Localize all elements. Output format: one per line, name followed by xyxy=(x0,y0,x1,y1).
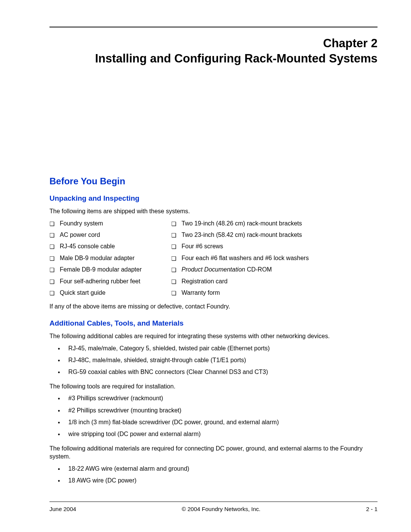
checkbox-icon: ❏ xyxy=(171,243,176,251)
check-label: AC power cord xyxy=(60,231,100,239)
check-label: Female DB-9 modular adapter xyxy=(60,265,142,274)
footer-rule xyxy=(49,502,378,502)
bullet-icon: • xyxy=(58,356,60,365)
bullet-item: •#3 Phillips screwdriver (rackmount) xyxy=(49,394,378,403)
checkbox-icon: ❏ xyxy=(49,278,54,286)
bullet-item: •#2 Phillips screwdriver (mounting brack… xyxy=(49,406,378,415)
bullet-icon: • xyxy=(58,407,60,415)
check-label: Male DB-9 modular adapter xyxy=(60,254,135,262)
bullet-label: RJ-45, male/male, Category 5, shielded, … xyxy=(68,344,270,353)
bullet-icon: • xyxy=(58,345,60,353)
bullet-icon: • xyxy=(58,465,60,473)
check-item: ❏Product Documentation CD-ROM xyxy=(171,265,309,274)
bullet-label: 18 AWG wire (DC power) xyxy=(68,476,137,485)
plain-text: CD-ROM xyxy=(245,266,272,273)
bullet-label: wire stripping tool (DC power and extern… xyxy=(68,430,201,438)
check-item: ❏Two 19-inch (48.26 cm) rack-mount brack… xyxy=(171,219,309,228)
cables-list: •RJ-45, male/male, Category 5, shielded,… xyxy=(49,344,378,377)
check-item: ❏Warranty form xyxy=(171,289,309,297)
check-label: Quick start guide xyxy=(60,289,105,297)
check-item: ❏RJ-45 console cable xyxy=(49,242,171,251)
check-item: ❏Male DB-9 modular adapter xyxy=(49,254,171,262)
check-label: Foundry system xyxy=(60,219,103,228)
section-heading-before-you-begin: Before You Begin xyxy=(49,176,378,187)
bullet-icon: • xyxy=(58,419,60,427)
bullet-icon: • xyxy=(58,368,60,377)
checkbox-icon: ❏ xyxy=(171,266,176,274)
check-label: Four #6 screws xyxy=(182,242,223,251)
check-label: Four self-adhering rubber feet xyxy=(60,277,140,286)
check-item: ❏Quick start guide xyxy=(49,289,171,297)
additional-p1: The following additional cables are requ… xyxy=(49,332,378,340)
chapter-title: Installing and Configuring Rack-Mounted … xyxy=(49,52,378,66)
check-label: Two 19-inch (48.26 cm) rack-mount bracke… xyxy=(182,219,302,228)
checkbox-icon: ❏ xyxy=(49,254,54,262)
tools-list: •#3 Phillips screwdriver (rackmount) •#2… xyxy=(49,394,378,439)
bullet-item: •1/8 inch (3 mm) flat-blade screwdriver … xyxy=(49,418,378,427)
footer-copyright: © 2004 Foundry Networks, Inc. xyxy=(182,506,261,512)
additional-p3: The following additional materials are r… xyxy=(49,444,378,461)
checkbox-icon: ❏ xyxy=(171,220,176,228)
bullet-item: •18-22 AWG wire (external alarm and grou… xyxy=(49,465,378,473)
bullet-label: 1/8 inch (3 mm) flat-blade screwdriver (… xyxy=(68,418,279,427)
checkbox-icon: ❏ xyxy=(49,231,54,239)
materials-list: •18-22 AWG wire (external alarm and grou… xyxy=(49,465,378,486)
bullet-icon: • xyxy=(58,477,60,485)
italic-text: Product Documentation xyxy=(182,266,245,273)
subsection-heading-additional: Additional Cables, Tools, and Materials xyxy=(49,319,378,328)
shipped-items-columns: ❏Foundry system ❏AC power cord ❏RJ-45 co… xyxy=(49,219,378,297)
checkbox-icon: ❏ xyxy=(49,266,54,274)
check-label: Registration card xyxy=(182,277,228,286)
check-label: Two 23-inch (58.42 cm) rack-mount bracke… xyxy=(182,231,302,239)
bullet-label: RG-59 coaxial cables with BNC connectors… xyxy=(68,368,268,376)
bullet-label: #2 Phillips screwdriver (mounting bracke… xyxy=(68,406,182,415)
unpacking-intro: The following items are shipped with the… xyxy=(49,207,378,216)
check-label: Warranty form xyxy=(182,289,220,297)
bullet-icon: • xyxy=(58,430,60,439)
check-item: ❏Four #6 screws xyxy=(171,242,309,251)
checkbox-icon: ❏ xyxy=(171,254,176,262)
footer-page-number: 2 - 1 xyxy=(366,506,378,512)
bullet-item: •RJ-48C, male/male, shielded, straight-t… xyxy=(49,356,378,365)
page-footer: June 2004 © 2004 Foundry Networks, Inc. … xyxy=(49,502,378,512)
bullet-item: •wire stripping tool (DC power and exter… xyxy=(49,430,378,439)
checkbox-icon: ❏ xyxy=(171,278,176,286)
additional-p2: The following tools are required for ins… xyxy=(49,382,378,391)
top-rule xyxy=(49,27,378,27)
checkbox-icon: ❏ xyxy=(49,243,54,251)
chapter-number: Chapter 2 xyxy=(49,37,378,50)
check-item: ❏Four each #6 flat washers and #6 lock w… xyxy=(171,254,309,262)
subsection-heading-unpacking: Unpacking and Inspecting xyxy=(49,194,378,203)
bullet-label: RJ-48C, male/male, shielded, straight-th… xyxy=(68,356,246,364)
bullet-label: #3 Phillips screwdriver (rackmount) xyxy=(68,394,163,403)
footer-date: June 2004 xyxy=(49,506,76,512)
checkbox-icon: ❏ xyxy=(171,289,176,297)
checkbox-icon: ❏ xyxy=(49,289,54,297)
checkbox-icon: ❏ xyxy=(49,220,54,228)
check-item: ❏Foundry system xyxy=(49,219,171,228)
check-item: ❏Registration card xyxy=(171,277,309,286)
bullet-icon: • xyxy=(58,395,60,403)
bullet-label: 18-22 AWG wire (external alarm and groun… xyxy=(68,465,190,473)
shipped-items-left: ❏Foundry system ❏AC power cord ❏RJ-45 co… xyxy=(49,219,171,297)
check-item: ❏AC power cord xyxy=(49,231,171,239)
unpacking-outro: If any of the above items are missing or… xyxy=(49,302,378,311)
bullet-item: •18 AWG wire (DC power) xyxy=(49,476,378,485)
checkbox-icon: ❏ xyxy=(171,231,176,239)
bullet-item: •RJ-45, male/male, Category 5, shielded,… xyxy=(49,344,378,353)
shipped-items-right: ❏Two 19-inch (48.26 cm) rack-mount brack… xyxy=(171,219,309,297)
check-label: Product Documentation CD-ROM xyxy=(182,265,272,274)
check-label: RJ-45 console cable xyxy=(60,242,115,251)
check-item: ❏Female DB-9 modular adapter xyxy=(49,265,171,274)
check-label: Four each #6 flat washers and #6 lock wa… xyxy=(182,254,309,262)
bullet-item: •RG-59 coaxial cables with BNC connector… xyxy=(49,368,378,377)
check-item: ❏Two 23-inch (58.42 cm) rack-mount brack… xyxy=(171,231,309,239)
check-item: ❏Four self-adhering rubber feet xyxy=(49,277,171,286)
